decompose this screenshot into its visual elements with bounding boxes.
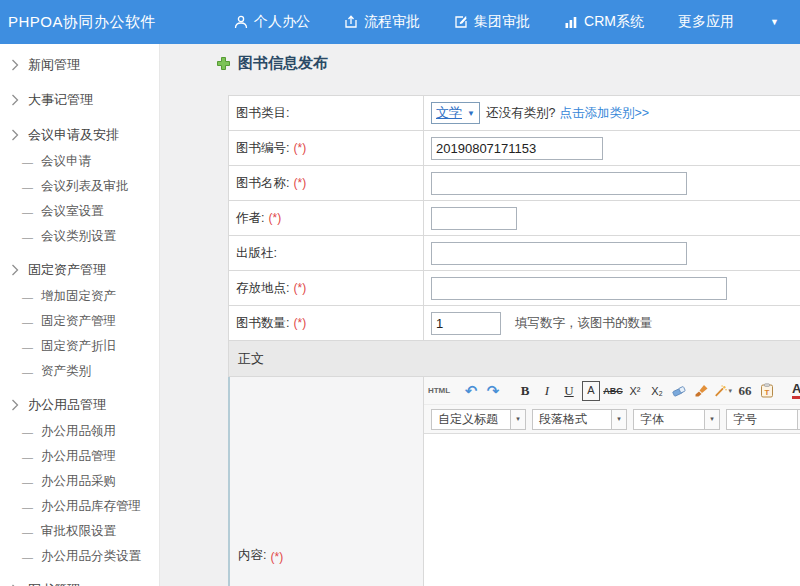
dash-icon: — (22, 181, 33, 193)
caret-down-icon: ▾ (611, 410, 626, 429)
sidebar-item-approval-permission[interactable]: —审批权限设置 (0, 519, 159, 544)
app-logo: PHPOA协同办公软件 (8, 13, 156, 32)
editor-content-area[interactable] (424, 434, 800, 586)
form-row-storage-place: 存放地点:(*) (229, 271, 800, 306)
book-form: 图书类目: 文学 ▼ 还没有类别? 点击添加类别>> 图书编号:(*) 图书名称… (228, 95, 800, 586)
strikethrough-button[interactable]: ABC (604, 381, 622, 401)
font-family-dropdown[interactable]: 字体 ▾ (633, 409, 720, 430)
font-color-button[interactable]: A▾ (790, 381, 800, 401)
editor-toolbar-row2: 自定义标题 ▾ 段落格式 ▾ 字体 ▾ 字号 ▾ (424, 404, 800, 433)
dash-icon: — (22, 291, 33, 303)
sidebar-item-meeting-list[interactable]: —会议列表及审批 (0, 174, 159, 199)
author-input[interactable] (431, 207, 517, 230)
paragraph-format-dropdown[interactable]: 段落格式 ▾ (532, 409, 627, 430)
svg-text:T: T (765, 388, 770, 397)
format-brush-icon[interactable] (692, 381, 710, 401)
chevron-right-icon (11, 59, 19, 71)
nav-item-more-apps[interactable]: 更多应用 (678, 13, 734, 31)
add-category-link[interactable]: 点击添加类别>> (559, 105, 649, 122)
sidebar-item-supplies-mgmt[interactable]: 办公用品管理 (0, 391, 159, 419)
field-label: 出版社: (236, 245, 277, 262)
sidebar-item-meeting-request[interactable]: 会议申请及安排 (0, 121, 159, 149)
dash-icon: — (22, 156, 33, 168)
dash-icon: — (22, 426, 33, 438)
quantity-input[interactable] (431, 312, 501, 335)
paste-icon[interactable]: T (758, 381, 776, 401)
nav-label: 流程审批 (364, 13, 420, 31)
font-size-dropdown[interactable]: 字号 ▾ (726, 409, 800, 430)
bold-button[interactable]: B (516, 381, 534, 401)
form-row-content: 内容: (*) HTML ↶ ↷ B I U A ABC (228, 377, 800, 586)
required-marker: (*) (270, 550, 283, 564)
superscript-button[interactable]: X² (626, 381, 644, 401)
page-title: 图书信息发布 (216, 54, 328, 73)
sidebar-item-meeting-room[interactable]: —会议室设置 (0, 199, 159, 224)
chevron-right-icon (11, 94, 19, 106)
eraser-icon[interactable] (670, 381, 688, 401)
sidebar-item-book-mgmt[interactable]: 图书管理 (0, 576, 159, 586)
sidebar-item-asset-mgmt[interactable]: 固定资产管理 (0, 256, 159, 284)
dash-icon: — (22, 366, 33, 378)
caret-down-icon: ▾ (704, 410, 719, 429)
nav-label: CRM系统 (584, 13, 644, 31)
required-marker: (*) (293, 281, 306, 295)
bar-chart-icon (564, 15, 578, 29)
sidebar-item-supplies-manage[interactable]: —办公用品管理 (0, 444, 159, 469)
sidebar-item-asset-add[interactable]: —增加固定资产 (0, 284, 159, 309)
field-label: 内容: (238, 547, 266, 564)
sidebar-item-asset-manage[interactable]: —固定资产管理 (0, 309, 159, 334)
form-row-quantity: 图书数量:(*) 填写数字，该图书的数量 (229, 306, 800, 341)
subscript-button[interactable]: X₂ (648, 381, 666, 401)
auto-format-wand-icon[interactable]: ▾ (714, 381, 732, 401)
sidebar-item-supplies-category[interactable]: —办公用品分类设置 (0, 544, 159, 569)
required-marker: (*) (268, 211, 281, 225)
select-caret-icon: ▼ (467, 109, 475, 118)
sidebar-item-supplies-purchase[interactable]: —办公用品采购 (0, 469, 159, 494)
custom-title-dropdown[interactable]: 自定义标题 ▾ (431, 409, 526, 430)
sidebar-item-supplies-claim[interactable]: —办公用品领用 (0, 419, 159, 444)
sidebar-item-events-mgmt[interactable]: 大事记管理 (0, 86, 159, 114)
editor-toolbar-row1: HTML ↶ ↷ B I U A ABC X² X₂ ▾ (424, 377, 800, 404)
sidebar-item-meeting-apply[interactable]: —会议申请 (0, 149, 159, 174)
sidebar-item-meeting-category[interactable]: —会议类别设置 (0, 224, 159, 249)
book-name-input[interactable] (431, 172, 687, 195)
book-code-input[interactable] (431, 137, 603, 160)
required-marker: (*) (293, 176, 306, 190)
html-source-button[interactable]: HTML (430, 381, 448, 401)
nav-item-workflow-approval[interactable]: 流程审批 (344, 13, 420, 31)
chevron-right-icon (11, 129, 19, 141)
form-row-book-code: 图书编号:(*) (229, 131, 800, 166)
underline-button[interactable]: U (560, 381, 578, 401)
category-select[interactable]: 文学 ▼ (431, 102, 480, 124)
dash-icon: — (22, 341, 33, 353)
group-approve-icon (454, 15, 468, 29)
form-row-author: 作者:(*) (229, 201, 800, 236)
publisher-input[interactable] (431, 242, 687, 265)
sidebar-item-news-mgmt[interactable]: 新闻管理 (0, 51, 159, 79)
redo-icon[interactable]: ↷ (484, 381, 502, 401)
sidebar-item-asset-depreciation[interactable]: —固定资产折旧 (0, 334, 159, 359)
person-icon (234, 15, 248, 29)
nav-item-group-approval[interactable]: 集团审批 (454, 13, 530, 31)
more-apps-caret-icon[interactable]: ▼ (768, 17, 779, 27)
caret-down-icon: ▾ (728, 387, 732, 395)
sidebar: 新闻管理 大事记管理 会议申请及安排 —会议申请 —会议列表及审批 —会议室设置… (0, 44, 160, 586)
italic-button[interactable]: I (538, 381, 556, 401)
font-border-button[interactable]: A (582, 381, 600, 401)
workflow-approve-icon (344, 15, 358, 29)
storage-place-input[interactable] (431, 277, 727, 300)
nav-item-crm-system[interactable]: CRM系统 (564, 13, 644, 31)
undo-icon[interactable]: ↶ (462, 381, 480, 401)
sidebar-item-asset-category[interactable]: —资产类别 (0, 359, 159, 384)
sidebar-item-supplies-stock[interactable]: —办公用品库存管理 (0, 494, 159, 519)
dash-icon: — (22, 316, 33, 328)
editor-toolbar: HTML ↶ ↷ B I U A ABC X² X₂ ▾ (424, 377, 800, 434)
blockquote-button[interactable]: 66 (736, 381, 754, 401)
field-label: 存放地点: (236, 280, 289, 297)
nav-label: 个人办公 (254, 13, 310, 31)
quantity-hint: 填写数字，该图书的数量 (515, 315, 653, 332)
field-label: 作者: (236, 210, 264, 227)
nav-item-personal-office[interactable]: 个人办公 (234, 13, 310, 31)
main-content: 图书信息发布 图书类目: 文学 ▼ 还没有类别? 点击添加类别>> 图书编号:(… (160, 44, 800, 586)
dash-icon: — (22, 451, 33, 463)
